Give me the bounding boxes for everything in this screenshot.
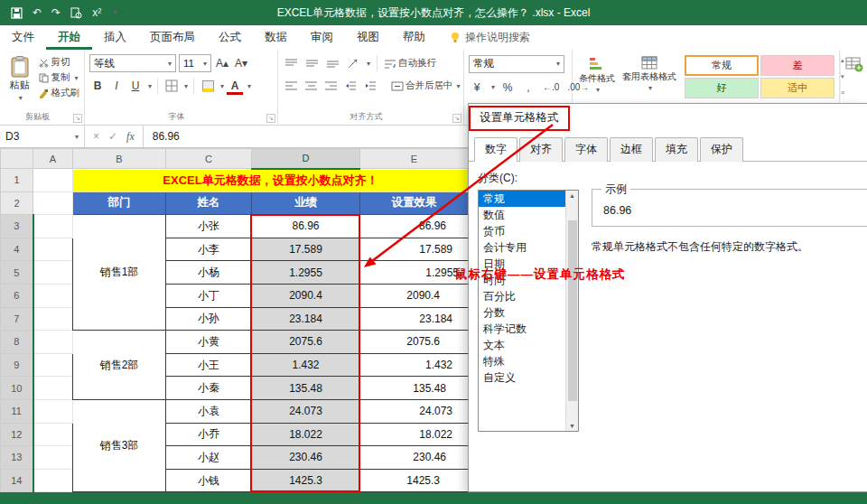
cell-style-good[interactable]: 好 — [685, 78, 759, 98]
tab-review[interactable]: 审阅 — [299, 25, 345, 50]
align-left-icon[interactable] — [283, 77, 299, 95]
category-percentage[interactable]: 百分比 — [479, 288, 565, 304]
cell-a3[interactable] — [33, 215, 73, 238]
column-header-e[interactable]: E — [360, 149, 469, 169]
cell-a11[interactable] — [33, 399, 73, 423]
wrap-text-button[interactable]: 自动换行 — [384, 57, 436, 70]
effect-cell[interactable]: 23.184 — [360, 307, 469, 331]
effect-cell[interactable]: 1425.3 — [360, 469, 469, 492]
banner-cell[interactable]: EXCEL单元格数据，设置按小数点对齐！ — [73, 169, 469, 192]
orientation-icon[interactable] — [345, 54, 361, 72]
perf-cell[interactable]: 1425.3 — [252, 469, 360, 492]
scrollbar-thumb[interactable] — [568, 220, 577, 401]
copy-button[interactable]: 复制 — [39, 71, 80, 84]
dialog-tab-font[interactable]: 字体 — [564, 137, 608, 162]
decrease-indent-icon[interactable] — [342, 77, 359, 95]
name-cell[interactable]: 小乔 — [166, 423, 252, 446]
name-cell[interactable]: 小孙 — [166, 307, 252, 331]
cut-button[interactable]: 剪切 — [39, 56, 80, 69]
row-header-5[interactable]: 5 — [1, 261, 33, 285]
category-general[interactable]: 常规 — [479, 191, 565, 207]
effect-cell[interactable]: 2090.4 — [360, 284, 469, 307]
borders-icon[interactable] — [163, 77, 180, 95]
fill-color-icon[interactable] — [200, 77, 216, 95]
font-dialog-launcher-icon[interactable] — [266, 114, 275, 123]
cell-a8[interactable] — [33, 331, 73, 354]
name-cell[interactable]: 小赵 — [166, 446, 252, 470]
row-header-3[interactable]: 3 — [1, 215, 33, 238]
dialog-tab-fill[interactable]: 填充 — [655, 137, 698, 162]
category-special[interactable]: 特殊 — [479, 353, 565, 369]
perf-cell[interactable]: 2090.4 — [252, 284, 360, 307]
column-header-d[interactable]: D — [252, 149, 360, 169]
italic-button[interactable]: I — [108, 77, 125, 95]
font-size-combo[interactable]: 11 — [179, 54, 211, 72]
category-custom[interactable]: 自定义 — [479, 369, 565, 386]
tab-file[interactable]: 文件 — [0, 25, 46, 50]
effect-cell[interactable]: 2075.6 — [360, 331, 469, 354]
row-header-7[interactable]: 7 — [1, 307, 33, 331]
perf-cell[interactable]: 1.2955 — [252, 261, 360, 285]
number-format-combo[interactable]: 常规 — [469, 55, 564, 73]
scroll-up-icon[interactable]: ▲ — [569, 192, 575, 199]
tab-formulas[interactable]: 公式 — [207, 25, 253, 50]
align-top-icon[interactable] — [283, 54, 300, 72]
enter-icon[interactable]: ✓ — [108, 130, 117, 143]
perf-cell[interactable]: 2075.6 — [252, 331, 360, 354]
tab-insert[interactable]: 插入 — [92, 25, 138, 50]
row-header-11[interactable]: 11 — [1, 399, 33, 423]
conditional-formatting-button[interactable]: 条件格式 — [577, 54, 617, 98]
dept-cell[interactable]: 销售3部 — [73, 399, 166, 491]
perf-cell[interactable]: 23.184 — [252, 307, 360, 331]
undo-icon[interactable]: ↶ — [33, 7, 42, 18]
merge-center-button[interactable]: 合并后居中 — [391, 79, 461, 92]
category-date[interactable]: 日期 — [479, 256, 565, 272]
row-header-13[interactable]: 13 — [1, 446, 33, 470]
row-header-8[interactable]: 8 — [1, 331, 33, 354]
header-effect[interactable]: 设置效果 — [360, 191, 469, 215]
name-cell[interactable]: 小秦 — [166, 377, 252, 400]
align-right-icon[interactable] — [322, 77, 339, 95]
cell-a6[interactable] — [33, 284, 73, 307]
effect-cell[interactable]: 24.073 — [360, 399, 469, 423]
effect-cell[interactable]: 1.2955 — [360, 261, 469, 285]
name-cell[interactable]: 小李 — [166, 238, 252, 261]
header-dept[interactable]: 部门 — [73, 191, 166, 215]
effect-cell[interactable]: 1.432 — [360, 353, 469, 377]
tab-view[interactable]: 视图 — [345, 25, 391, 50]
align-bottom-icon[interactable] — [324, 54, 341, 72]
increase-indent-icon[interactable] — [362, 77, 378, 95]
listbox-scrollbar[interactable]: ▲ ▼ — [565, 191, 578, 431]
name-cell[interactable]: 小袁 — [166, 399, 252, 423]
cell-a14[interactable] — [33, 469, 73, 492]
print-preview-icon[interactable] — [70, 7, 82, 19]
category-number[interactable]: 数值 — [479, 207, 565, 223]
dialog-tab-alignment[interactable]: 对齐 — [519, 137, 563, 162]
format-painter-button[interactable]: 格式刷 — [39, 87, 80, 99]
superscript-icon[interactable]: x² — [92, 7, 101, 18]
tell-me-search[interactable]: 操作说明搜索 — [450, 25, 530, 50]
cell-a4[interactable] — [33, 238, 73, 261]
paste-button[interactable]: 粘贴 — [5, 54, 35, 105]
alignment-dialog-launcher-icon[interactable] — [452, 114, 461, 123]
cell-a7[interactable] — [33, 307, 73, 331]
column-header-c[interactable]: C — [166, 149, 252, 169]
font-color-icon[interactable]: A — [227, 79, 243, 95]
clipboard-dialog-launcher-icon[interactable] — [73, 114, 82, 123]
accounting-format-icon[interactable]: ¥ — [469, 79, 485, 97]
cell-a2[interactable] — [33, 191, 73, 215]
cell-a5[interactable] — [33, 261, 73, 285]
row-header-12[interactable]: 12 — [1, 423, 33, 446]
name-cell[interactable]: 小杨 — [166, 261, 252, 285]
perf-cell[interactable]: 18.022 — [252, 423, 360, 446]
category-time[interactable]: 时间 — [479, 272, 565, 288]
tab-help[interactable]: 帮助 — [391, 25, 437, 50]
percent-style-icon[interactable]: % — [499, 79, 516, 97]
name-cell[interactable]: 小丁 — [166, 284, 252, 307]
name-cell[interactable]: 小王 — [166, 353, 252, 377]
dialog-tab-border[interactable]: 边框 — [610, 137, 653, 162]
select-all-corner[interactable] — [1, 149, 33, 169]
tab-page-layout[interactable]: 页面布局 — [138, 25, 207, 50]
perf-cell[interactable]: 24.073 — [252, 399, 360, 423]
save-icon[interactable] — [11, 7, 23, 19]
